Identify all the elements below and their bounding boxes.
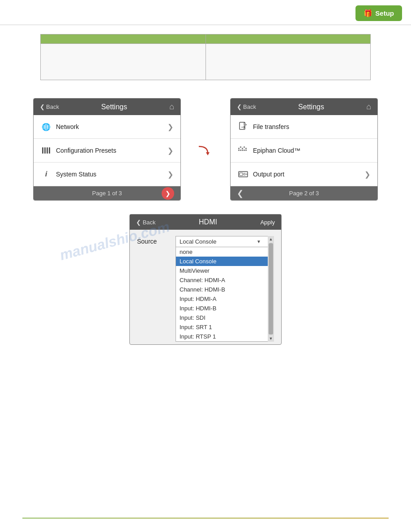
- svg-point-18: [244, 173, 245, 175]
- svg-rect-17: [240, 173, 243, 176]
- scroll-thumb[interactable]: [269, 243, 273, 335]
- prev-page-button-right[interactable]: ❮: [237, 189, 244, 198]
- network-icon: 🌐: [41, 121, 51, 132]
- back-label-right: Back: [243, 103, 256, 110]
- chevron-network: ❯: [167, 123, 173, 131]
- panel-header-left: ❮ Back Settings ⌂: [34, 99, 180, 115]
- hdmi-source-label: Source: [137, 236, 168, 245]
- item-left-epiphan-cloud: Epiphan Cloud™: [238, 145, 300, 156]
- panels-area: ❮ Back Settings ⌂ 🌐 Network ❯: [22, 98, 389, 201]
- svg-rect-10: [245, 148, 247, 149]
- file-transfers-label: File transfers: [253, 123, 289, 130]
- svg-rect-9: [244, 146, 245, 148]
- back-label-left: Back: [46, 103, 59, 110]
- scroll-down-button[interactable]: ▼: [268, 335, 274, 342]
- dropdown-item-channel-hdmi-a[interactable]: Channel: HDMI-A: [176, 275, 274, 285]
- dropdown-item-input-hdmi-b[interactable]: Input: HDMI-B: [176, 304, 274, 313]
- col1-header: [41, 34, 206, 44]
- config-presets-icon: [41, 145, 51, 156]
- panel-item-output-port[interactable]: Output port ❯: [231, 163, 377, 186]
- bottom-line: [22, 518, 389, 519]
- col2-cell: [206, 44, 371, 80]
- arrow-connector: [194, 137, 217, 160]
- svg-marker-4: [206, 152, 210, 155]
- scroll-up-button[interactable]: ▲: [268, 236, 274, 242]
- network-label: Network: [56, 123, 79, 130]
- dropdown-item-none[interactable]: none: [176, 247, 274, 257]
- hdmi-area: ❮ Back HDMI Apply Source Local Console ▼…: [22, 214, 389, 345]
- file-transfers-icon: [238, 121, 248, 132]
- svg-rect-3: [49, 147, 50, 154]
- footer-text-left: Page 1 of 3: [92, 190, 122, 197]
- table-section: [40, 34, 371, 80]
- panel-title-right: Settings: [298, 103, 324, 111]
- item-left-output-port: Output port: [238, 169, 284, 180]
- hdmi-source-row: Source Local Console ▼ none Local Consol…: [137, 236, 274, 342]
- panel-item-file-transfers[interactable]: File transfers: [231, 115, 377, 139]
- dropdown-item-input-rtsp1[interactable]: Input: RTSP 1: [176, 332, 274, 341]
- hdmi-apply-button[interactable]: Apply: [260, 219, 275, 226]
- panel-footer-right: ❮ Page 2 of 3: [231, 186, 377, 200]
- back-button-right[interactable]: ❮ Back: [237, 103, 256, 110]
- hdmi-back-label: Back: [143, 219, 156, 226]
- panel-item-network[interactable]: 🌐 Network ❯: [34, 115, 180, 139]
- chevron-left-icon-right: ❮: [237, 103, 242, 110]
- item-left-network: 🌐 Network: [41, 121, 79, 132]
- chevron-config: ❯: [167, 146, 173, 155]
- item-left-file-transfers: File transfers: [238, 121, 289, 132]
- home-icon-left[interactable]: ⌂: [169, 102, 174, 112]
- doc-table: [40, 34, 371, 80]
- svg-rect-0: [42, 147, 43, 154]
- svg-rect-15: [245, 150, 247, 151]
- svg-rect-1: [44, 147, 46, 154]
- chevron-status: ❯: [167, 170, 173, 179]
- dropdown-item-input-srt1[interactable]: Input: SRT 1: [176, 322, 274, 332]
- setup-button[interactable]: 🎁 Setup: [355, 5, 402, 21]
- table-row: [41, 44, 371, 80]
- system-status-icon: i: [41, 169, 51, 180]
- svg-rect-12: [240, 150, 241, 151]
- col1-cell: [41, 44, 206, 80]
- svg-rect-11: [238, 150, 240, 151]
- svg-rect-8: [242, 148, 243, 149]
- svg-rect-7: [240, 146, 241, 148]
- hdmi-dropdown-list[interactable]: none Local Console MultiViewer Channel: …: [176, 247, 274, 342]
- top-bar: 🎁 Setup: [0, 0, 411, 25]
- hdmi-back-chevron: ❮: [136, 219, 141, 226]
- panel-footer-left: Page 1 of 3 ❯: [34, 186, 180, 200]
- hdmi-back-button[interactable]: ❮ Back: [136, 219, 156, 226]
- scrollbar[interactable]: ▲ ▼: [268, 236, 274, 342]
- panel-item-config-presets[interactable]: Configuration Presets ❯: [34, 139, 180, 163]
- svg-rect-2: [47, 147, 48, 154]
- config-presets-label: Configuration Presets: [56, 147, 116, 154]
- hdmi-select-box[interactable]: Local Console ▼ none Local Console Multi…: [176, 236, 274, 342]
- home-icon-right[interactable]: ⌂: [366, 102, 371, 112]
- epiphan-cloud-label: Epiphan Cloud™: [253, 147, 300, 154]
- hdmi-body: Source Local Console ▼ none Local Consol…: [130, 230, 281, 342]
- chevron-output-port: ❯: [364, 170, 370, 179]
- hdmi-current-value[interactable]: Local Console ▼: [176, 236, 274, 247]
- dropdown-item-multiviewer[interactable]: MultiViewer: [176, 266, 274, 275]
- next-page-button-left[interactable]: ❯: [162, 187, 174, 200]
- back-button-left[interactable]: ❮ Back: [40, 103, 59, 110]
- panel-title-left: Settings: [101, 103, 127, 111]
- item-left-status: i System Status: [41, 169, 96, 180]
- setup-icon: 🎁: [364, 9, 372, 17]
- svg-rect-6: [238, 148, 240, 149]
- hdmi-panel: ❮ Back HDMI Apply Source Local Console ▼…: [129, 214, 282, 345]
- system-status-label: System Status: [56, 171, 96, 178]
- output-port-label: Output port: [253, 171, 284, 178]
- svg-rect-14: [244, 150, 245, 151]
- panel-item-epiphan-cloud[interactable]: Epiphan Cloud™: [231, 139, 377, 163]
- dropdown-item-input-sdi[interactable]: Input: SDI: [176, 313, 274, 322]
- chevron-left-icon-left: ❮: [40, 103, 45, 110]
- dropdown-item-local-console[interactable]: Local Console: [176, 257, 274, 266]
- setup-label: Setup: [375, 9, 394, 17]
- panel-item-system-status[interactable]: i System Status ❯: [34, 163, 180, 186]
- item-left-config: Configuration Presets: [41, 145, 116, 156]
- hdmi-selected-text: Local Console: [180, 238, 216, 245]
- dropdown-item-channel-hdmi-b[interactable]: Channel: HDMI-B: [176, 285, 274, 294]
- epiphan-cloud-icon: [238, 145, 248, 156]
- dropdown-item-input-hdmi-a[interactable]: Input: HDMI-A: [176, 294, 274, 304]
- settings-panel-right: ❮ Back Settings ⌂ File transfers: [230, 98, 378, 201]
